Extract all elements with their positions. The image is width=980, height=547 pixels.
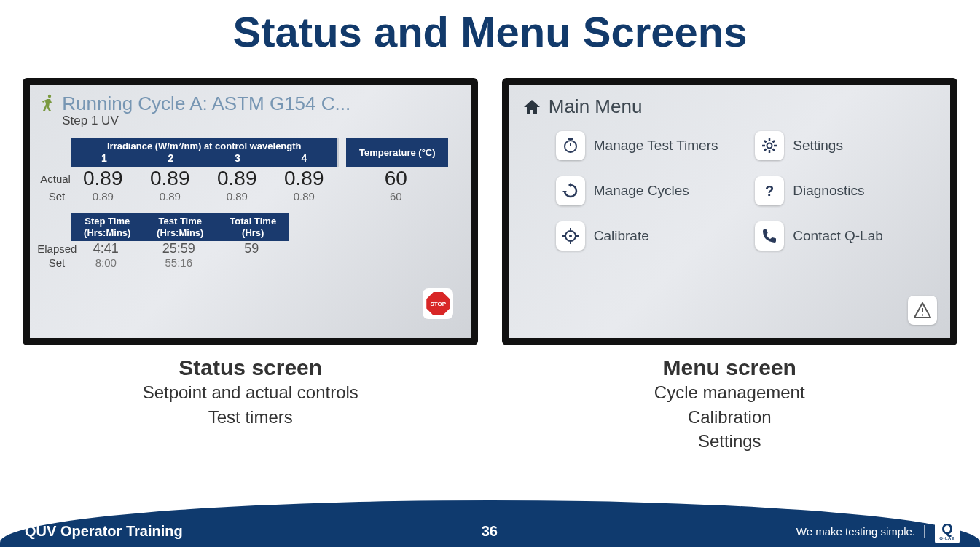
svg-line-10: [773, 149, 775, 151]
svg-point-23: [922, 314, 923, 315]
menu-label: Contact Q-Lab: [793, 228, 883, 244]
test-time-header: Test Time (Hrs:Mins): [144, 213, 216, 241]
menu-screen-panel: Main Menu Manage Test Timers Settings Ma…: [502, 78, 957, 345]
timer-icon: [556, 131, 585, 160]
question-icon: ?: [755, 176, 784, 205]
set-irr-1: 0.89: [69, 190, 136, 202]
elapsed-test: 25:59: [142, 241, 215, 256]
set-step-time: 8:00: [69, 256, 142, 269]
stop-icon: STOP: [426, 292, 450, 315]
set-total-time: [215, 256, 288, 269]
stop-button[interactable]: STOP: [423, 288, 453, 319]
set-time-row-label: Set: [37, 256, 69, 269]
right-caption-line-3: Settings: [654, 429, 805, 454]
elapsed-row-label: Elapsed: [37, 243, 69, 255]
elapsed-step: 4:41: [69, 241, 142, 256]
target-icon: [556, 221, 585, 251]
menu-settings[interactable]: Settings: [755, 131, 933, 160]
total-time-header: Total Time (Hrs): [216, 213, 289, 241]
actual-irr-2: 0.89: [136, 167, 203, 190]
svg-point-0: [48, 95, 51, 98]
svg-line-12: [773, 141, 775, 143]
svg-line-11: [764, 149, 767, 151]
left-caption-heading: Status screen: [143, 355, 358, 380]
menu-manage-cycles[interactable]: Manage Cycles: [556, 176, 734, 205]
warning-button[interactable]: [908, 296, 937, 325]
svg-point-17: [569, 235, 572, 237]
left-caption-line-2: Test timers: [143, 405, 358, 430]
irradiance-table: Irradiance (W/m²/nm) at control waveleng…: [71, 138, 459, 202]
home-icon[interactable]: [522, 98, 541, 116]
running-icon: [42, 94, 55, 111]
svg-line-9: [764, 141, 767, 143]
right-caption-line-1: Cycle management: [654, 380, 805, 405]
menu-label: Manage Test Timers: [594, 138, 718, 154]
left-caption-line-1: Setpoint and actual controls: [143, 380, 358, 405]
menu-calibrate[interactable]: Calibrate: [556, 221, 734, 251]
set-temp: 60: [345, 190, 447, 202]
footer-page-number: 36: [482, 523, 498, 540]
step-label: Step 1 UV: [62, 114, 350, 128]
right-caption-line-2: Calibration: [654, 405, 805, 430]
cycle-icon: [556, 176, 585, 205]
set-irr-3: 0.89: [203, 190, 270, 202]
menu-diagnostics[interactable]: ? Diagnostics: [755, 176, 933, 205]
menu-label: Manage Cycles: [594, 183, 689, 199]
set-test-time: 55:16: [142, 256, 215, 269]
warning-icon: [913, 302, 932, 319]
set-irr-2: 0.89: [136, 190, 203, 202]
actual-row-label: Actual: [40, 173, 69, 185]
svg-point-4: [767, 143, 772, 149]
svg-text:?: ?: [765, 183, 774, 199]
footer-left-text: QUV Operator Training: [25, 523, 183, 540]
actual-irr-1: 0.89: [69, 167, 136, 190]
step-time-header: Step Time (Hrs:Mins): [71, 213, 144, 241]
svg-marker-13: [568, 183, 571, 187]
irr-col-1: 1: [71, 151, 138, 167]
phone-icon: [755, 221, 784, 251]
set-row-label: Set: [40, 190, 69, 202]
status-screen-panel: Running Cycle A: ASTM G154 C... Step 1 U…: [23, 78, 478, 345]
actual-temp: 60: [345, 167, 447, 190]
menu-contact[interactable]: Contact Q-Lab: [755, 221, 933, 251]
svg-rect-2: [568, 138, 573, 140]
gear-icon: [755, 131, 784, 160]
irr-col-2: 2: [138, 151, 205, 167]
menu-label: Settings: [793, 138, 843, 154]
irradiance-header: Irradiance (W/m²/nm) at control waveleng…: [71, 138, 337, 151]
main-menu-title: Main Menu: [549, 95, 643, 118]
temperature-header: Temperature (°C): [346, 138, 448, 167]
menu-manage-test-timers[interactable]: Manage Test Timers: [556, 131, 734, 160]
irr-col-3: 3: [204, 151, 271, 167]
menu-label: Diagnostics: [793, 183, 864, 199]
irr-col-4: 4: [271, 151, 338, 167]
cycle-title: Running Cycle A: ASTM G154 C...: [62, 93, 350, 115]
svg-marker-14: [562, 191, 567, 193]
menu-label: Calibrate: [594, 228, 649, 244]
set-irr-4: 0.89: [270, 190, 337, 202]
qlab-logo: Q Q-LAB: [935, 519, 960, 543]
elapsed-total: 59: [215, 241, 288, 256]
slide-title: Status and Menu Screens: [0, 0, 980, 56]
slide-footer: QUV Operator Training 36 We make testing…: [0, 499, 980, 547]
right-caption-heading: Menu screen: [654, 355, 805, 380]
actual-irr-4: 0.89: [270, 167, 337, 190]
actual-irr-3: 0.89: [203, 167, 270, 190]
time-table: Step Time (Hrs:Mins) Test Time (Hrs:Mins…: [71, 213, 459, 269]
footer-tagline: We make testing simple.: [796, 525, 925, 538]
